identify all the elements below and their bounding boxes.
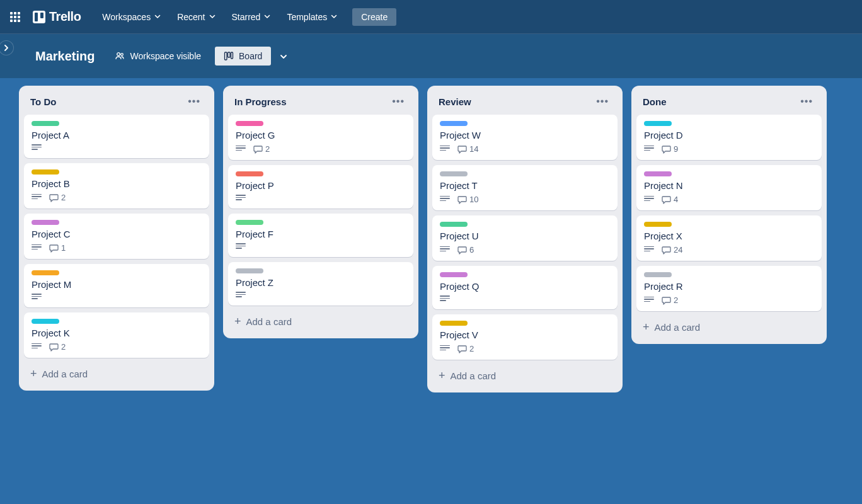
comments-count: 9 xyxy=(674,144,678,154)
card-label[interactable] xyxy=(440,272,468,277)
card[interactable]: Project B2 xyxy=(24,163,209,209)
nav-item-workspaces[interactable]: Workspaces xyxy=(95,8,168,26)
card[interactable]: Project N4 xyxy=(636,165,822,210)
card-label[interactable] xyxy=(644,121,672,126)
card-label[interactable] xyxy=(236,121,263,126)
app-switcher-button[interactable] xyxy=(5,7,25,27)
card-label[interactable] xyxy=(32,319,59,324)
nav-item-templates[interactable]: Templates xyxy=(279,8,345,26)
list-menu-button[interactable]: ••• xyxy=(594,94,611,108)
card[interactable]: Project G2 xyxy=(228,115,413,160)
trello-logo[interactable]: Trello xyxy=(28,7,86,27)
add-card-button[interactable]: +Add a card xyxy=(636,316,822,338)
list-title[interactable]: In Progress xyxy=(234,96,287,107)
add-card-button[interactable]: +Add a card xyxy=(24,363,209,384)
card[interactable]: Project F xyxy=(228,214,413,257)
card-title: Project R xyxy=(644,281,814,292)
card-label[interactable] xyxy=(644,171,672,176)
comments-badge: 2 xyxy=(49,342,66,352)
card[interactable]: Project M xyxy=(24,264,209,307)
list-title[interactable]: To Do xyxy=(30,96,56,107)
add-card-button[interactable]: +Add a card xyxy=(228,311,413,332)
svg-rect-2 xyxy=(225,52,227,60)
card[interactable]: Project V2 xyxy=(432,314,618,360)
list-title[interactable]: Review xyxy=(439,96,471,107)
card[interactable]: Project T10 xyxy=(432,165,618,210)
card-label[interactable] xyxy=(32,121,59,126)
list-title[interactable]: Done xyxy=(643,96,667,107)
card-label[interactable] xyxy=(236,268,263,273)
description-icon xyxy=(440,196,450,203)
card-badges: 9 xyxy=(644,144,814,154)
card[interactable]: Project C1 xyxy=(24,214,209,259)
view-switcher-dropdown[interactable] xyxy=(275,47,292,66)
comments-count: 10 xyxy=(469,195,478,204)
card-label[interactable] xyxy=(440,121,468,126)
card[interactable]: Project A xyxy=(24,115,209,158)
card[interactable]: Project W14 xyxy=(432,115,618,160)
comment-icon xyxy=(253,145,263,154)
comments-badge: 14 xyxy=(457,144,478,154)
svg-point-0 xyxy=(117,53,120,56)
card[interactable]: Project R2 xyxy=(636,266,822,311)
create-button[interactable]: Create xyxy=(352,8,396,26)
visibility-button[interactable]: Workspace visible xyxy=(108,47,207,65)
board-view-label: Board xyxy=(239,51,262,61)
card[interactable]: Project Q xyxy=(432,266,618,309)
cards-container: Project AProject B2Project C1Project MPr… xyxy=(24,115,209,358)
card-badges: 2 xyxy=(440,344,610,353)
card-label[interactable] xyxy=(32,270,59,275)
add-card-button[interactable]: +Add a card xyxy=(432,365,618,386)
description-icon xyxy=(644,246,654,254)
list-menu-button[interactable]: ••• xyxy=(185,94,203,108)
list: In Progress•••Project G2Project PProject… xyxy=(223,86,418,338)
comments-count: 2 xyxy=(61,193,66,202)
board-view-button[interactable]: Board xyxy=(215,47,271,66)
card-label[interactable] xyxy=(440,321,468,326)
nav-item-recent[interactable]: Recent xyxy=(170,8,222,26)
nav-item-label: Templates xyxy=(287,12,327,22)
card-title: Project G xyxy=(236,130,406,140)
list-menu-button[interactable]: ••• xyxy=(798,94,815,108)
description-badge xyxy=(440,196,450,203)
comments-count: 1 xyxy=(61,243,66,253)
card[interactable]: Project D9 xyxy=(636,115,822,160)
board-header: Marketing Workspace visible Board xyxy=(0,34,862,78)
chevron-down-icon xyxy=(264,14,270,19)
comments-badge: 6 xyxy=(457,245,474,255)
view-switcher: Board xyxy=(215,47,292,66)
card-title: Project V xyxy=(440,329,610,340)
card-label[interactable] xyxy=(236,171,263,176)
description-icon xyxy=(236,243,246,251)
chevron-down-icon xyxy=(331,14,337,19)
card-badges: 2 xyxy=(644,295,814,305)
card[interactable]: Project K2 xyxy=(24,312,209,358)
board-title[interactable]: Marketing xyxy=(8,49,101,64)
list-header: To Do••• xyxy=(24,92,209,115)
description-icon xyxy=(236,195,246,202)
card-label[interactable] xyxy=(32,220,59,225)
comment-icon xyxy=(457,145,467,154)
comment-icon xyxy=(662,246,671,255)
card-badges xyxy=(440,295,610,303)
nav-item-starred[interactable]: Starred xyxy=(224,8,279,26)
comments-count: 2 xyxy=(265,144,270,154)
plus-icon: + xyxy=(234,316,241,327)
card[interactable]: Project P xyxy=(228,165,413,209)
description-icon xyxy=(32,343,42,351)
people-icon xyxy=(115,51,125,61)
card-label[interactable] xyxy=(440,222,468,227)
list-menu-button[interactable]: ••• xyxy=(389,94,407,108)
description-badge xyxy=(236,146,246,153)
card[interactable]: Project Z xyxy=(228,262,413,306)
description-badge xyxy=(32,294,42,301)
comments-count: 6 xyxy=(469,245,474,255)
card-label[interactable] xyxy=(644,272,672,277)
card-label[interactable] xyxy=(440,171,468,176)
card-label[interactable] xyxy=(236,220,263,225)
card-label[interactable] xyxy=(32,169,59,175)
card-label[interactable] xyxy=(644,222,672,227)
add-card-label: Add a card xyxy=(42,369,88,379)
card[interactable]: Project U6 xyxy=(432,215,618,261)
card[interactable]: Project X24 xyxy=(636,215,822,261)
